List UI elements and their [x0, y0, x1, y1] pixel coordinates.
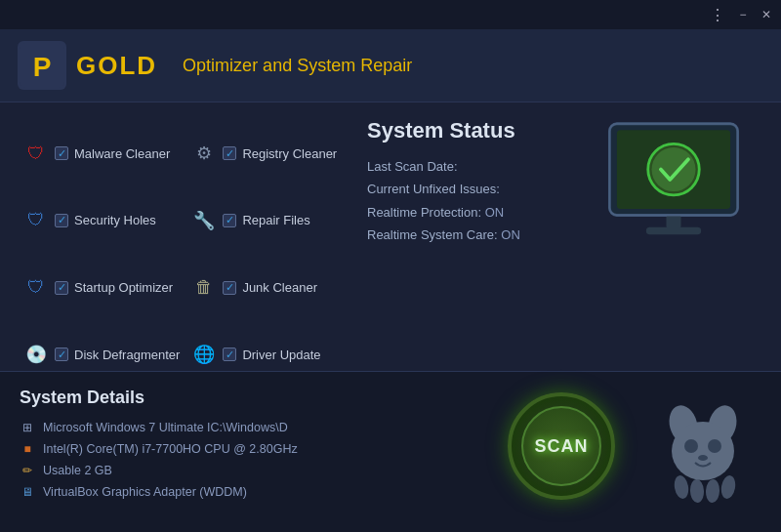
malware-cleaner-icon: 🛡 [23, 141, 49, 166]
svg-rect-7 [646, 227, 701, 235]
monitor-container [596, 107, 752, 264]
junk-cleaner-icon: 🗑 [191, 275, 217, 301]
logo-svg: P [20, 43, 64, 88]
disk-defragmenter-checkbox[interactable] [55, 348, 68, 361]
driver-update-checkbox[interactable] [223, 348, 236, 361]
header: P GOLD Optimizer and System Repair [0, 29, 781, 102]
detail-ram: ✏ Usable 2 GB [20, 463, 478, 478]
detail-cpu: ■ Intel(R) Core(TM) i7-7700HO CPU @ 2.80… [20, 441, 478, 457]
malware-logo [644, 388, 761, 505]
disk-defragmenter-icon: 💿 [23, 342, 49, 367]
detail-os: ⊞ Microsoft Windows 7 Ultimate IC:\Windo… [20, 420, 478, 435]
startup-optimizer-label: Startup Optimizer [74, 280, 173, 295]
close-button[interactable]: ✕ [760, 8, 773, 21]
module-startup-optimizer[interactable]: 🛡 Startup Optimizer [18, 254, 185, 321]
module-repair-files[interactable]: 🔧 Repair Files [185, 187, 343, 255]
security-holes-label: Security Holes [74, 213, 156, 227]
header-subtitle: Optimizer and System Repair [183, 56, 412, 76]
ram-text: Usable 2 GB [43, 464, 112, 477]
svg-point-16 [689, 479, 704, 504]
minimize-button[interactable]: − [736, 8, 750, 21]
registry-cleaner-label: Registry Cleaner [242, 146, 337, 161]
security-holes-checkbox[interactable] [55, 214, 68, 227]
svg-rect-6 [667, 215, 681, 227]
ram-icon: ✏ [20, 463, 35, 478]
module-security-holes[interactable]: 🛡 Security Holes [18, 187, 185, 255]
repair-files-checkbox[interactable] [223, 214, 236, 227]
driver-update-label: Driver Update [242, 348, 320, 362]
module-junk-cleaner[interactable]: 🗑 Junk Cleaner [185, 254, 343, 321]
junk-cleaner-checkbox[interactable] [223, 281, 236, 295]
cpu-text: Intel(R) Core(TM) i7-7700HO CPU @ 2.80GH… [43, 442, 298, 456]
os-text: Microsoft Windows 7 Ultimate IC:\Windows… [43, 421, 288, 434]
malware-logo-svg [654, 397, 752, 505]
module-malware-cleaner[interactable]: 🛡 Malware Cleaner [18, 120, 185, 187]
logo-icon: P [18, 41, 66, 90]
realtime-value: ON [485, 205, 505, 220]
svg-text:P: P [33, 52, 52, 82]
unfixed-label: Current Unfixed Issues: [367, 182, 500, 196]
svg-point-11 [672, 422, 734, 480]
registry-cleaner-icon: ⚙ [191, 141, 217, 166]
detail-gpu: 🖥 VirtualBox Graphics Adapter (WDDM) [20, 484, 478, 500]
svg-point-17 [705, 479, 719, 504]
cpu-icon: ■ [20, 441, 35, 457]
svg-point-14 [698, 455, 708, 461]
system-details-title: System Details [20, 388, 478, 408]
malware-cleaner-checkbox[interactable] [55, 146, 68, 160]
svg-point-15 [673, 474, 690, 500]
registry-cleaner-checkbox[interactable] [223, 146, 236, 160]
driver-update-icon: 🌐 [191, 342, 217, 367]
logo-text: GOLD [76, 51, 157, 81]
logo-box: P GOLD Optimizer and System Repair [18, 41, 412, 90]
repair-files-icon: 🔧 [191, 208, 217, 233]
monitor-svg [600, 117, 747, 254]
os-icon: ⊞ [20, 420, 35, 435]
startup-optimizer-icon: 🛡 [23, 275, 49, 301]
system-details-section: System Details ⊞ Microsoft Windows 7 Ult… [20, 388, 478, 506]
realtime-label: Realtime Protection: [367, 205, 481, 220]
security-holes-icon: 🛡 [23, 208, 49, 233]
svg-point-5 [652, 147, 696, 191]
gpu-text: VirtualBox Graphics Adapter (WDDM) [43, 485, 247, 499]
module-registry-cleaner[interactable]: ⚙ Registry Cleaner [185, 120, 343, 187]
care-label: Realtime System Care: [367, 227, 498, 242]
junk-cleaner-label: Junk Cleaner [242, 280, 317, 295]
repair-files-label: Repair Files [242, 213, 309, 227]
svg-point-18 [719, 474, 737, 500]
bottom-panel: System Details ⊞ Microsoft Windows 7 Ult… [0, 371, 781, 532]
titlebar: ⋮ − ✕ [0, 0, 781, 29]
scan-button-label: SCAN [534, 436, 588, 457]
disk-defragmenter-label: Disk Defragmenter [74, 348, 180, 362]
svg-point-12 [684, 439, 698, 453]
titlebar-menu-icon[interactable]: ⋮ [710, 6, 726, 24]
scan-button-container: SCAN [508, 388, 615, 500]
scan-button-inner: SCAN [521, 406, 601, 486]
care-value: ON [501, 227, 520, 242]
malware-cleaner-label: Malware Cleaner [74, 146, 170, 161]
svg-point-13 [708, 439, 721, 453]
scan-button[interactable]: SCAN [508, 392, 615, 500]
startup-optimizer-checkbox[interactable] [55, 281, 68, 295]
gpu-icon: 🖥 [20, 484, 35, 500]
last-scan-label: Last Scan Date: [367, 159, 458, 174]
